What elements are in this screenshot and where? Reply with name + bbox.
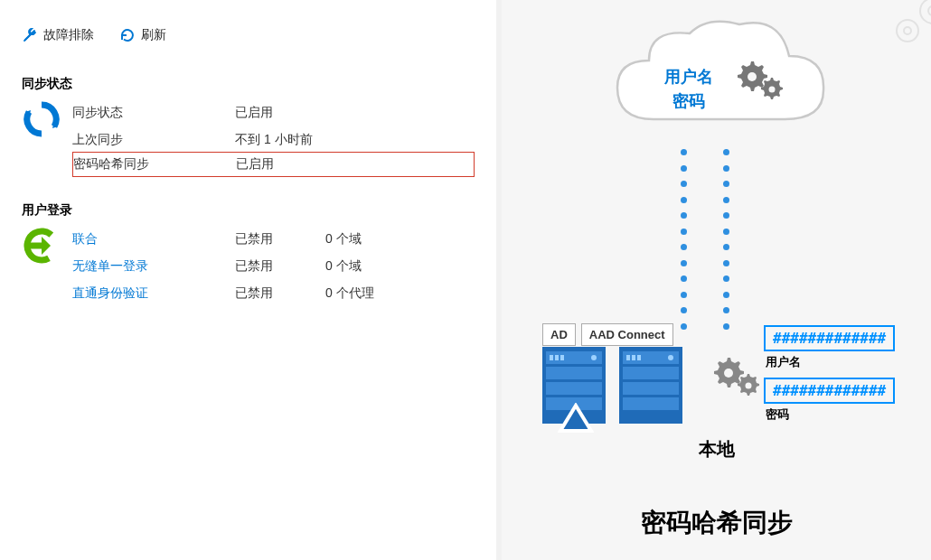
gears-icon	[733, 58, 785, 103]
gears-icon	[710, 354, 762, 399]
sync-dots-right	[723, 149, 729, 330]
diagram-title: 密码哈希同步	[641, 506, 793, 540]
refresh-label: 刷新	[141, 27, 166, 43]
row-value: 已禁用	[235, 231, 325, 247]
decorative-gear-icon	[889, 0, 931, 49]
svg-rect-20	[626, 355, 630, 360]
diagram-panel: 用户名 密码 AD AAD Connect	[502, 0, 931, 560]
left-panel: 故障排除 刷新 同步状态 同步状态 已启用 上次同步	[0, 0, 502, 560]
svg-rect-12	[555, 355, 559, 360]
triangle-icon	[558, 403, 594, 434]
svg-point-2	[920, 0, 931, 23]
svg-rect-22	[637, 355, 641, 360]
row-value: 不到 1 小时前	[235, 132, 325, 148]
cloud-password: 密码	[664, 89, 713, 114]
troubleshoot-button[interactable]: 故障排除	[22, 27, 94, 43]
row-value: 已禁用	[235, 258, 325, 275]
svg-point-0	[897, 20, 918, 42]
row-federation: 联合 已禁用 0 个域	[72, 226, 475, 253]
sync-section: 同步状态 已启用 上次同步 不到 1 小时前 密码哈希同步 已启用	[22, 99, 475, 177]
row-label: 同步状态	[72, 105, 235, 121]
server-label-ad: AD	[542, 323, 576, 346]
cloud-username: 用户名	[664, 65, 713, 89]
row-label: 上次同步	[72, 132, 235, 148]
svg-point-23	[668, 355, 673, 360]
svg-rect-21	[632, 355, 635, 360]
svg-rect-13	[560, 355, 564, 360]
row-extra: 0 个域	[325, 258, 362, 275]
row-passthrough-auth: 直通身份验证 已禁用 0 个代理	[72, 280, 475, 307]
row-extra: 0 个代理	[325, 285, 374, 302]
row-seamless-sso: 无缝单一登录 已禁用 0 个域	[72, 253, 475, 280]
row-value: 已禁用	[235, 285, 325, 302]
svg-rect-8	[546, 367, 602, 379]
row-label: 密码哈希同步	[73, 156, 236, 173]
toolbar: 故障排除 刷新	[22, 14, 475, 65]
federation-link[interactable]: 联合	[72, 231, 235, 247]
hash-password-label: 密码	[766, 406, 895, 423]
passthrough-auth-link[interactable]: 直通身份验证	[72, 285, 235, 302]
cloud: 用户名 密码	[599, 11, 834, 150]
row-sync-status: 同步状态 已启用	[72, 99, 475, 126]
local-label: 本地	[699, 437, 735, 462]
row-value: 已启用	[236, 156, 326, 173]
refresh-icon	[119, 27, 136, 43]
svg-point-14	[591, 355, 597, 360]
svg-point-4	[748, 72, 757, 81]
wrench-icon	[22, 27, 38, 43]
svg-rect-19	[623, 397, 679, 410]
row-value: 已启用	[235, 105, 325, 121]
sync-dots-left	[681, 149, 687, 330]
row-last-sync: 上次同步 不到 1 小时前	[72, 126, 475, 154]
sync-section-title: 同步状态	[22, 76, 475, 92]
row-extra: 0 个域	[325, 231, 362, 247]
troubleshoot-label: 故障排除	[43, 27, 94, 43]
server-label-aadconnect: AAD Connect	[581, 323, 673, 346]
row-password-hash-sync: 密码哈希同步 已启用	[72, 152, 475, 177]
login-section-title: 用户登录	[22, 202, 475, 219]
cloud-icon	[599, 11, 834, 146]
seamless-sso-link[interactable]: 无缝单一登录	[72, 258, 235, 275]
sync-icon	[22, 99, 61, 177]
svg-point-1	[904, 27, 911, 34]
svg-rect-9	[546, 382, 602, 395]
cloud-text: 用户名 密码	[664, 65, 713, 114]
svg-rect-17	[623, 367, 679, 379]
svg-point-24	[724, 369, 733, 378]
hash-password: #############	[764, 378, 895, 404]
refresh-button[interactable]: 刷新	[119, 27, 166, 43]
svg-point-25	[746, 383, 752, 389]
svg-rect-18	[623, 382, 679, 395]
svg-point-5	[768, 87, 775, 93]
login-icon	[22, 226, 61, 307]
hash-username-label: 用户名	[766, 354, 895, 370]
login-section: 联合 已禁用 0 个域 无缝单一登录 已禁用 0 个域 直通身份验证 已禁用 0…	[22, 226, 475, 307]
svg-rect-11	[550, 355, 553, 360]
